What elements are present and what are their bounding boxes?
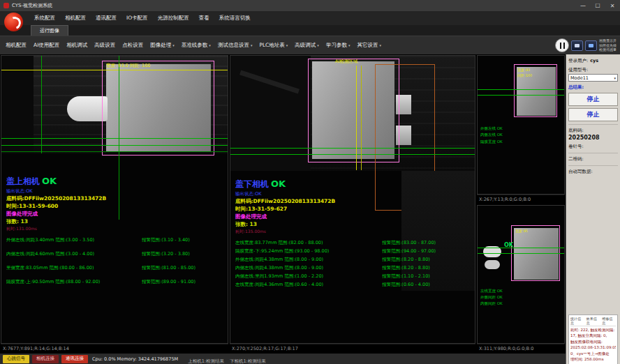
dropdown-arrow-icon: ▾ [286,43,288,47]
measurement-value: 里侧宽度:83.05mm 范围:(80.00 - 86.00) [6,265,142,271]
menu-item-4[interactable]: IO卡配置 [121,13,153,23]
qr-code-label: 二维码: [568,156,618,162]
stats-tab-3[interactable]: 维修信息 [602,317,616,325]
measurement-row: 内侧左线:间距4.60mm 范围:(3.00 - 4.00)报警范围:(3.20… [6,251,225,257]
menu-item-7[interactable]: 系统语言切换 [214,13,256,23]
measurement-row: 外侧左线:间距4.38mm 范围:(8.00 - 9.00)报警范围:(8.20… [235,257,472,263]
roll-pin-label: 卷针号: [568,144,618,150]
alarm-range: 报警范围:(1.10 - 2.10) [382,273,472,280]
menu-item-1[interactable]: 系统配置 [29,13,60,23]
result-box-1: 停止 [568,93,618,106]
toolbar-item-12[interactable]: 其它设置▾ [353,40,385,50]
measure-line-green [478,248,564,248]
thumb-ok-text: OK [504,242,513,248]
thumb-roi-labels: 宽度:93间距:100 [517,68,532,78]
measurement-value: 隔膜宽度-上:90.50mm 范围:(88.00 - 92.00) [6,279,142,285]
stats-line: 17, 触发分离间隔: 0, [570,333,616,339]
measure-line-green [230,148,475,149]
output-status: 输出状态:OK [235,191,472,197]
main-content: 宽度: 93.0 间距: 100 盖上相机 OK 输出状态:OK 底料码:DFF… [0,54,620,364]
elapsed-text: 耗时:135.00ms [235,229,472,235]
result-box-2: 停止 [568,108,618,121]
measurement-value: 左线宽度:83.77mm 范围:(82.00 - 88.00) [235,240,382,246]
toolbar-item-7[interactable]: 基准线参数▾ [178,40,214,50]
roi-label-lower: AI检测区域 [335,59,357,65]
camera-views-area: 宽度: 93.0 间距: 100 盖上相机 OK 输出状态:OK 底料码:DFF… [0,54,566,364]
toolbar-item-6[interactable]: 图像处理▾ [147,40,178,50]
barcode-text: 底料码:DFFiiw2025020813313472B [235,198,472,205]
alarm-range: 报警范围:(3.20 - 3.80) [142,251,225,257]
toolbar-item-8[interactable]: 测试信息设置▾ [214,40,256,50]
camera-image-lower[interactable]: AI检测区域 盖下相机 OK 输出状态:OK 底料码:DFFiiw2025020… [230,55,475,344]
camera-result-name: 盖上相机 [6,176,40,188]
toolbar-item-3[interactable]: 相机调试 [63,40,91,50]
toolbar: 相机配置AI使用配置相机调试高级设置点检设置图像处理▾基准线参数▾测试信息设置▾… [0,36,620,54]
process-status: 图像处理完成 [6,211,225,218]
app-logo [4,13,23,31]
camera-image-upper[interactable]: 宽度: 93.0 间距: 100 盖上相机 OK 输出状态:OK 底料码:DFF… [1,55,228,344]
machinery-shadow [1,56,34,153]
result-overlay-lower: 盖下相机 OK 输出状态:OK 底料码:DFFiiw20250208133134… [235,179,472,288]
window-title: CYS-视觉检测系统 [12,2,576,9]
dropdown-arrow-icon: ▾ [209,43,211,47]
pixel-readout-thumb-top: X:267;Y:13;R:0;G:0;B:0 [477,195,565,204]
toolbar-item-4[interactable]: 高级设置 [91,40,119,50]
tab-strip: 运行图像 [0,25,620,36]
app-icon [3,3,9,8]
measurement-value: 内侧左线:间距4.38mm 范围:(8.00 - 9.00) [235,265,382,271]
model-label: 使用型号: [568,67,618,73]
toolbar-item-1[interactable]: 相机配置 [2,40,30,50]
login-user-value: cys [590,58,598,63]
camera-result: 盖上相机 OK [6,176,225,188]
toolbar-items: 相机配置AI使用配置相机调试高级设置点检设置图像处理▾基准线参数▾测试信息设置▾… [2,40,385,50]
pause-button[interactable] [555,38,569,52]
toolbar-status-line: 检测传感量 [599,47,617,52]
measure-line-green [478,95,564,96]
stats-panel: 统计信息效果信息维修信息 耗时: 222, 触发检测间隔:17, 触发分离间隔:… [568,314,618,364]
camera-view-button-2[interactable] [585,40,597,51]
stats-tab-1[interactable]: 统计信息 [570,317,584,325]
measurement-row: 内侧左线:里间1.93mm 范围:(1.00 - 2.20)报警范围:(1.10… [235,273,472,280]
toolbar-item-10[interactable]: 高级调试▾ [291,40,323,50]
menu-item-5[interactable]: 光源控制配置 [153,13,194,23]
measurement-row: 左线宽度:83.77mm 范围:(82.00 - 88.00)报警范围:(83.… [235,240,472,246]
stats-tab-2[interactable]: 效果信息 [586,317,600,325]
tab-run-image[interactable]: 运行图像 [31,25,68,36]
status-badges: 心跳信号相机连接通讯连接 [3,355,88,363]
thumb-image-bottom[interactable]: OK 宽度:95 左线宽度 OK外侧间距 OK内侧间距 OK [477,205,565,344]
alarm-range: 报警范围:(3.10 - 3.40) [142,237,225,243]
model-select-value: Mode11 [570,75,589,81]
minimize-button[interactable]: — [579,3,587,9]
toolbar-item-9[interactable]: PLC地址表▾ [256,40,291,50]
toolbar-item-5[interactable]: 点检设置 [119,40,147,50]
roi-label-upper: 宽度: 93.0 间距: 100 [106,63,150,69]
measurement-row: 里侧宽度:83.05mm 范围:(80.00 - 86.00)报警范围:(81.… [6,265,225,271]
maximize-button[interactable]: ☐ [593,3,602,9]
measure-line-green [1,151,228,152]
thumbnail-top: 宽度:93间距:100 外侧左线 OK内侧左线 OK隔膜宽度 OK X:267;… [477,55,565,204]
status-badge: 相机连接 [32,355,59,363]
menu-item-2[interactable]: 相机配置 [60,13,91,23]
measure-line-green [230,154,475,155]
close-button[interactable]: ✕ [608,3,617,9]
alarm-range: 报警范围:(8.20 - 8.80) [382,265,472,271]
camera-result-name: 盖下相机 [235,179,269,190]
process-status: 图像处理完成 [235,213,472,220]
camera-view-button-1[interactable] [571,40,583,51]
measure-line-green [1,138,228,139]
cpu-memory-text: Cpu: 0.0% Memory: 3424.41796875M [92,356,178,362]
camera-view-lower: AI检测区域 盖下相机 OK 输出状态:OK 底料码:DFFiiw2025020… [230,55,475,353]
result-overlay-upper: 盖上相机 OK 输出状态:OK 底料码:DFFiiw20250208133134… [6,176,225,285]
measurement-rows-lower: 左线宽度:83.77mm 范围:(82.00 - 88.00)报警范围:(83.… [235,240,472,288]
dropdown-arrow-icon: ▾ [379,43,381,47]
toolbar-item-2[interactable]: AI使用配置 [30,40,63,50]
measurement-value: 外侧左线:间距4.38mm 范围:(8.00 - 9.00) [235,257,382,263]
menu-item-6[interactable]: 查看 [194,13,214,23]
status-badge: 心跳信号 [3,355,29,363]
dropdown-arrow-icon: ▾ [251,43,253,47]
model-select[interactable]: Mode11 ▾ [568,74,618,82]
toolbar-item-11[interactable]: 学习参数▾ [323,40,354,50]
thumb-image-top[interactable]: 宽度:93间距:100 外侧左线 OK内侧左线 OK隔膜宽度 OK [477,55,565,195]
menu-item-3[interactable]: 通讯配置 [91,13,121,23]
time-text: 时间:13-31-59-600 [6,203,225,210]
